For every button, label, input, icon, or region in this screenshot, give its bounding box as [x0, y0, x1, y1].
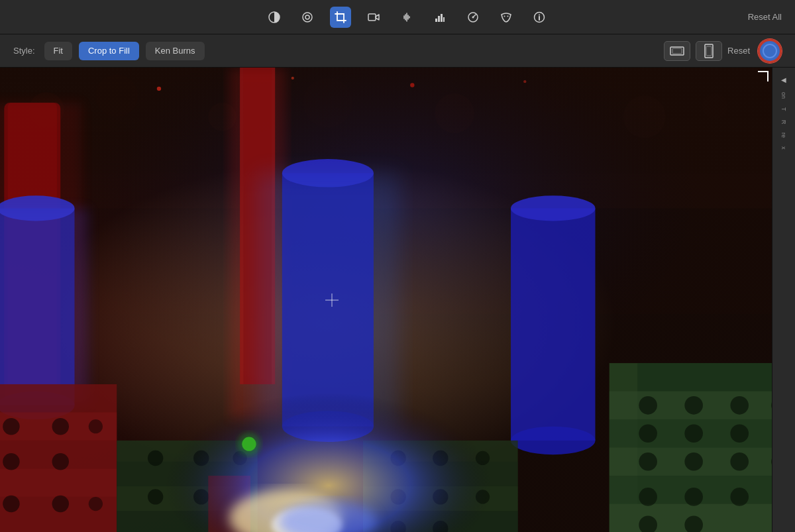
svg-point-1 [303, 13, 312, 22]
panel-label-r: R [780, 120, 787, 125]
style-bar-right: Reset [664, 39, 782, 63]
speed-button[interactable] [462, 7, 484, 28]
svg-point-114 [292, 77, 294, 80]
histogram-button[interactable] [429, 7, 450, 28]
ken-burns-button[interactable]: Ken Burns [146, 42, 205, 60]
svg-point-113 [157, 87, 161, 91]
panel-label-x: x [780, 146, 787, 150]
scene-svg [0, 68, 772, 532]
svg-rect-7 [443, 17, 445, 22]
crop-to-fill-button[interactable]: Crop to Fill [79, 42, 139, 60]
crop-corner-top-right [758, 71, 768, 81]
mask-button[interactable] [496, 7, 517, 28]
main-content: ◀ on T R re x [0, 68, 795, 532]
svg-rect-15 [672, 48, 682, 54]
svg-rect-3 [368, 14, 376, 21]
style-bar: Style: Fit Crop to Fill Ken Burns Reset [0, 34, 795, 68]
crop-button[interactable] [330, 7, 351, 28]
top-toolbar: Reset All [0, 0, 795, 34]
video-frame [0, 68, 772, 532]
svg-point-115 [410, 83, 414, 87]
color-balance-button[interactable] [264, 7, 285, 28]
audio-button[interactable] [396, 7, 417, 28]
video-button[interactable] [363, 7, 384, 28]
portrait-aspect-button[interactable] [696, 41, 722, 61]
reset-all-button[interactable]: Reset All [748, 12, 782, 22]
info-button[interactable] [529, 7, 550, 28]
svg-point-11 [507, 15, 509, 17]
fit-button[interactable]: Fit [44, 42, 72, 60]
panel-label-t: T [780, 107, 787, 111]
svg-point-13 [539, 14, 540, 15]
reset-label: Reset [727, 46, 750, 56]
toolbar-icons [66, 7, 748, 28]
svg-point-116 [523, 80, 526, 83]
color-wheel-button[interactable] [297, 7, 318, 28]
svg-point-10 [504, 15, 505, 17]
right-panel: ◀ on T R re x [772, 68, 795, 532]
panel-label-on: on [780, 92, 787, 99]
svg-point-9 [472, 16, 474, 18]
landscape-aspect-button[interactable] [664, 41, 690, 61]
svg-point-2 [305, 15, 309, 19]
panel-label-re: re [780, 133, 787, 138]
svg-rect-17 [706, 46, 712, 56]
style-label: Style: [13, 46, 35, 56]
svg-rect-4 [435, 19, 437, 22]
svg-rect-6 [441, 14, 443, 22]
confirm-button[interactable] [758, 39, 782, 63]
panel-expand-btn[interactable]: ◀ [777, 73, 790, 86]
canvas-area[interactable] [0, 68, 772, 532]
svg-rect-5 [438, 16, 440, 22]
svg-point-118 [238, 433, 260, 455]
